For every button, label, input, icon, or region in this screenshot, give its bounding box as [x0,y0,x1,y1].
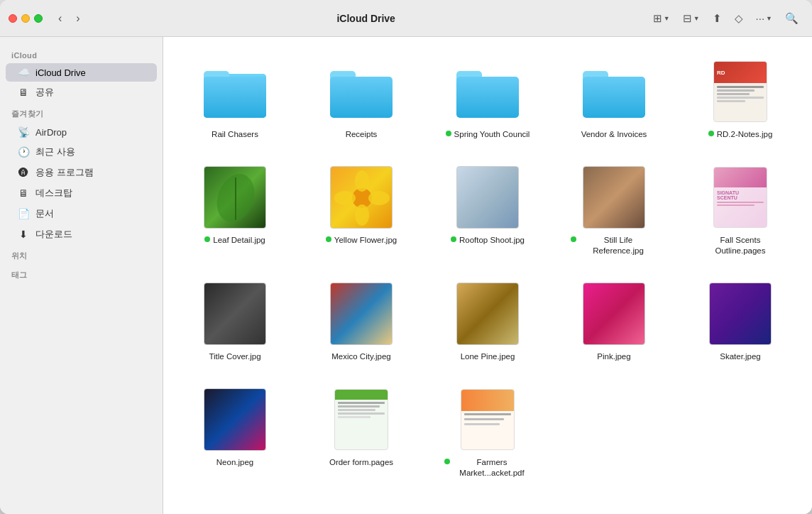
sync-dot [204,236,210,242]
list-item[interactable]: Receipts [304,54,419,146]
icloud-icon: ☁️ [17,67,30,78]
share-folder-icon: 🖥 [17,87,30,98]
photo-thumbnail [203,388,267,452]
chevron-down-icon: ▼ [664,15,670,22]
titlecover-preview [204,283,266,345]
minimize-button[interactable] [21,14,30,23]
clock-icon: 🕐 [17,146,30,158]
svg-point-15 [355,204,369,226]
sidebar-item-label: 다운로드 [35,228,72,241]
file-name-row: Spring Youth Council [446,129,530,140]
view-grid-button[interactable]: ⊞ ▼ [648,9,675,28]
file-name: Leaf Detail.jpg [213,235,265,246]
file-name: Yellow Flower.jpg [334,235,397,246]
file-grid: Rail Chasers [177,54,798,484]
file-name-row: Rooftop Shoot.jpg [451,235,525,246]
sidebar-item-label: 공유 [35,86,54,99]
pages-header-bar [714,168,767,187]
list-item[interactable]: Farmers Market...acket.pdf [430,382,545,484]
sidebar-item-recent[interactable]: 🕐 최근 사용 [6,142,157,162]
list-item[interactable]: Mexico City.jpeg [304,276,419,368]
share-button[interactable]: ⬆ [708,9,727,28]
photo-thumbnail [456,282,520,346]
folder-thumbnail [203,60,267,124]
sidebar-item-documents[interactable]: 📄 문서 [6,204,157,224]
file-name: Pink.jpeg [597,351,630,362]
list-item[interactable]: Skater.jpeg [683,276,798,368]
folder-thumbnail [582,60,646,124]
sync-dot [444,459,450,464]
sidebar-item-icloud-drive[interactable]: ☁️ iCloud Drive [6,63,157,82]
sidebar-item-label: iCloud Drive [35,67,86,78]
file-name: Fall Scents Outline.pages [701,235,779,256]
traffic-lights [9,14,43,23]
sidebar-item-downloads[interactable]: ⬇ 다운로드 [6,224,157,244]
folder-icon [204,65,266,118]
sync-dot [451,236,456,242]
tag-button[interactable]: ◇ [730,9,748,28]
forward-button[interactable]: › [72,10,84,27]
rd-preview: RD [713,61,767,122]
file-name: Neon.jpeg [216,457,253,468]
file-name: Rooftop Shoot.jpg [459,235,525,246]
sidebar-item-apps[interactable]: 🅐 응용 프로그램 [6,163,157,182]
list-item[interactable]: Order form.pages [304,382,419,484]
list-item[interactable]: SIGNATUSCENTU Fall Scents Outline.pages [683,160,798,262]
list-item[interactable]: Neon.jpeg [177,382,292,484]
titlebar-controls: ⊞ ▼ ⊟ ▼ ⬆ ◇ ··· ▼ 🔍 [648,9,803,28]
finder-window: ‹ › iCloud Drive ⊞ ▼ ⊟ ▼ ⬆ ◇ ··· ▼ 🔍 [0,0,812,514]
file-name-row: RD.2-Notes.jpg [708,129,773,140]
sync-dot [708,131,714,136]
more-options-button[interactable]: ··· ▼ [751,9,777,27]
search-button[interactable]: 🔍 [780,9,803,28]
list-item[interactable]: Rail Chasers [177,54,292,146]
sidebar-item-desktop[interactable]: 🖥 데스크탑 [6,183,157,203]
svg-rect-10 [583,77,645,118]
view-options-button[interactable]: ⊟ ▼ [678,9,705,28]
leaf-preview [204,166,266,229]
list-item[interactable]: Lone Pine.jpeg [430,276,545,368]
list-item[interactable]: Still Life Reference.jpg [556,160,671,262]
grid2-icon: ⊟ [683,12,692,25]
stilllife-preview [583,166,645,229]
neon-preview [204,388,266,451]
list-item[interactable]: Vendor & Invoices [556,54,671,146]
svg-rect-6 [330,77,393,118]
sidebar-item-label: 최근 사용 [35,146,75,158]
list-item[interactable]: RD RD.2-No [683,54,798,146]
list-item[interactable]: Yellow Flower.jpg [304,160,419,262]
download-icon: ⬇ [17,229,30,240]
airdrop-icon: 📡 [17,126,30,138]
photo-thumbnail [582,282,646,346]
list-item[interactable]: Rooftop Shoot.jpg [430,160,545,262]
sidebar-item-share[interactable]: 🖥 공유 [6,82,157,102]
flower-preview [330,166,393,229]
back-button[interactable]: ‹ [54,10,66,27]
pdf-top-bar [461,390,514,411]
file-name: Order form.pages [329,457,393,468]
photo-thumbnail [329,282,393,346]
list-item[interactable]: Spring Youth Council [430,54,545,146]
file-name: Farmers Market...acket.pdf [453,457,531,479]
maximize-button[interactable] [34,14,43,23]
list-item[interactable]: Leaf Detail.jpg [177,160,292,262]
sync-dot [571,236,576,242]
ellipsis-icon: ··· [756,12,765,24]
close-button[interactable] [9,14,17,23]
file-name: Mexico City.jpeg [331,351,391,362]
share-icon: ⬆ [713,12,722,25]
sidebar-section-favorites: 즐겨찾기 [0,103,163,122]
file-name-row: Yellow Flower.jpg [326,235,397,246]
sidebar-item-airdrop[interactable]: 📡 AirDrop [6,123,157,141]
pdf-preview [461,389,515,450]
file-name: Vendor & Invoices [581,129,647,140]
svg-point-17 [368,191,390,205]
tag-icon: ◇ [735,12,743,25]
photo-thumbnail [203,165,267,229]
list-item[interactable]: Pink.jpeg [556,276,671,368]
svg-point-16 [334,191,356,205]
svg-rect-4 [204,77,266,118]
skater-preview [709,283,772,345]
list-item[interactable]: Title Cover.jpg [177,276,292,368]
svg-point-14 [355,170,369,192]
